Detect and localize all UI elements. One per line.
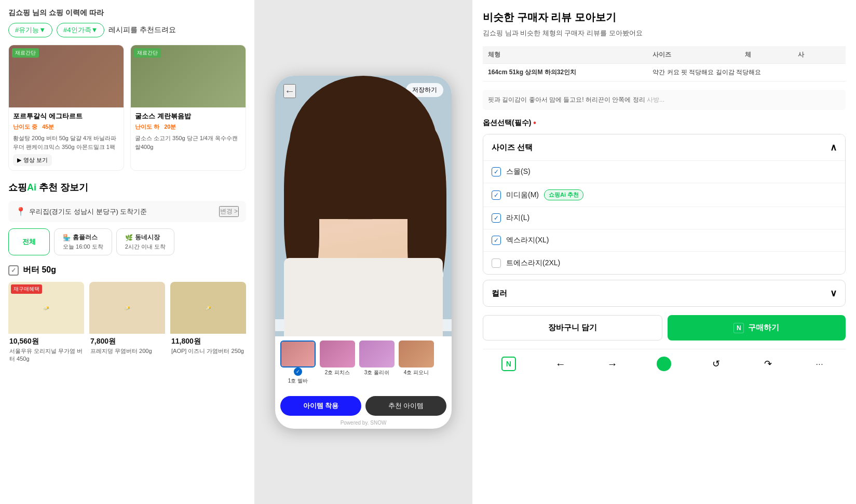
nav-home-btn[interactable] bbox=[655, 355, 673, 373]
chevron-up-icon: ∧ bbox=[830, 142, 837, 153]
ai-recommend-badge: 쇼핑Ai 추천 bbox=[544, 189, 583, 200]
size-option-s[interactable]: ✓ 스몰(S) bbox=[483, 160, 845, 183]
recipe-difficulty-1: 난이도 중 45분 bbox=[13, 123, 119, 131]
right-panel: 비슷한 구매자 리뷰 모아보기 김쇼핑 님과 비슷한 체형의 구매자 리뷰를 모… bbox=[472, 0, 856, 504]
powered-by: Powered by. SNOW bbox=[275, 420, 452, 429]
right-title: 비슷한 구매자 리뷰 모아보기 bbox=[483, 10, 846, 24]
buy-btn[interactable]: N 구매하기 bbox=[668, 315, 846, 340]
ai-text: Ai bbox=[27, 182, 36, 193]
recipe-card-2: 재료간단 굴소스 계란볶음밥 난이도 하 20분 굴소스 소고기 350g 당근… bbox=[130, 45, 246, 171]
size-option-2xl[interactable]: 트에스라지(2XL) bbox=[483, 251, 845, 274]
size-section: 사이즈 선택 ∧ ✓ 스몰(S) ✓ 미디움(M) 쇼핑Ai 추천 bbox=[483, 134, 846, 275]
size-checkbox-s: ✓ bbox=[492, 167, 501, 176]
color-section: 컬러 ∨ bbox=[483, 280, 846, 307]
tag-row: #유기능▼ #4인가족▼ 레시피를 추천드려요 bbox=[8, 23, 246, 37]
nav-back-btn[interactable]: ← bbox=[551, 355, 570, 373]
tag-yufeel-btn[interactable]: #유기능▼ bbox=[8, 23, 52, 37]
recipe-title-2: 굴소스 계란볶음밥 bbox=[135, 112, 241, 121]
product-card-1[interactable]: 재구매혜택 🧈 10,560원 서울우유 오리지널 무가염 버터 450g bbox=[8, 282, 84, 366]
swatch-2[interactable]: 2호 피치스 bbox=[320, 340, 355, 385]
swatch-img-4 bbox=[399, 340, 434, 367]
product-info-1: 10,560원 서울우유 오리지널 무가염 버터 450g bbox=[8, 334, 84, 366]
recipe-info-1: 포르투갈식 에그타르트 난이도 중 45분 황설탕 200g 버터 50g 달걀… bbox=[9, 107, 124, 170]
recipe-difficulty-2: 난이도 하 20분 bbox=[135, 123, 241, 131]
homeplus-icon: 🏪 bbox=[63, 234, 71, 241]
localmarket-icon: 🌿 bbox=[125, 234, 133, 241]
swatch-1[interactable]: ✓ 1호 멜바 bbox=[280, 340, 316, 385]
right-subtitle: 김쇼핑 님과 비슷한 체형의 구매자 리뷰를 모아봤어요 bbox=[483, 29, 846, 38]
recipe-info-2: 굴소스 계란볶음밥 난이도 하 20분 굴소스 소고기 350g 당근 1/4개… bbox=[131, 107, 246, 155]
cart-add-btn[interactable]: 장바구니 담기 bbox=[483, 315, 662, 340]
product-card-3[interactable]: 🧈 11,800원 [AOP] 이즈니 가염버터 250g bbox=[170, 282, 246, 366]
left-panel: 김쇼핑 님의 쇼핑 이력에 따라 #유기능▼ #4인가족▼ 레시피를 추천드려요… bbox=[0, 0, 254, 504]
nav-naver-btn[interactable]: N bbox=[499, 355, 518, 373]
location-icon: 📍 bbox=[16, 207, 26, 216]
bottom-btns: 장바구니 담기 N 구매하기 bbox=[483, 315, 846, 340]
phone-top: ← 저장하기 1호 멜바 적용 중 🙂 이미지 변경 bbox=[275, 76, 452, 336]
size-option-m[interactable]: ✓ 미디움(M) 쇼핑Ai 추천 bbox=[483, 183, 845, 207]
nav-more-btn[interactable]: ··· bbox=[810, 355, 829, 373]
bottom-nav: N ← → ↺ ↷ ··· bbox=[483, 349, 846, 378]
size-option-l[interactable]: ✓ 라지(L) bbox=[483, 207, 845, 229]
header-text: 님의 쇼핑 이력에 따라 bbox=[32, 8, 104, 17]
apply-item-btn[interactable]: 아이템 착용 bbox=[280, 396, 361, 416]
location-row: 📍 우리집(경기도 성남시 분당구) 도착기준 변경 > bbox=[8, 201, 246, 222]
size-checkbox-l: ✓ bbox=[492, 213, 501, 223]
option-label: 옵션선택(필수) • bbox=[483, 118, 846, 128]
center-panel: ← 저장하기 1호 멜바 적용 중 🙂 이미지 변경 bbox=[254, 0, 472, 504]
product-img-3: 🧈 bbox=[170, 282, 246, 334]
store-tabs: 전체 🏪 홈플러스 오늘 16:00 도착 🌿 동네시장 2시간 이내 도착 bbox=[8, 228, 246, 255]
product-checkbox-icon: ✓ bbox=[8, 265, 19, 276]
col-size: 사이즈 bbox=[647, 46, 740, 64]
tab-localmarket[interactable]: 🌿 동네시장 2시간 이내 도착 bbox=[116, 228, 174, 255]
color-header[interactable]: 컬러 ∨ bbox=[483, 280, 845, 306]
shirt-area bbox=[284, 258, 443, 336]
swatch-3[interactable]: 3호 폴리쉬 bbox=[359, 340, 395, 385]
review-preview: 핏과 길이감이 좋아서 맘에 들고요! 허리끈이 안쪽에 정리 사방... bbox=[483, 90, 846, 110]
product-badge-1: 재구매혜택 bbox=[11, 284, 42, 294]
recipe-badge-2: 재료간단 bbox=[134, 48, 161, 58]
col-size2: 사 bbox=[793, 46, 846, 64]
col-body: 체형 bbox=[483, 46, 647, 64]
size-header[interactable]: 사이즈 선택 ∧ bbox=[483, 134, 845, 160]
action-btns: 아이템 착용 추천 아이템 bbox=[275, 392, 452, 420]
recipe-img-2: 재료간단 bbox=[131, 45, 246, 107]
nav-green-dot bbox=[657, 357, 671, 371]
change-location-btn[interactable]: 변경 > bbox=[219, 206, 239, 217]
ai-section-title: 쇼핑Ai 추천 장보기 bbox=[8, 181, 246, 194]
size-checkbox-xl: ✓ bbox=[492, 236, 501, 245]
chevron-down-icon: ∨ bbox=[830, 288, 837, 299]
recipe-ingredients-1: 황설탕 200g 버터 50g 달걀 4개 바닐라파우더 팬케이크믹스 350g… bbox=[13, 134, 119, 151]
swatch-img-2 bbox=[320, 340, 355, 367]
location-text: 📍 우리집(경기도 성남시 분당구) 도착기준 bbox=[16, 207, 147, 216]
product-card-2[interactable]: 🧈 7,800원 프레지덩 무염버터 200g bbox=[89, 282, 165, 366]
nav-refresh-btn[interactable]: ↺ bbox=[706, 355, 725, 373]
phone-back-btn[interactable]: ← bbox=[283, 84, 296, 98]
required-dot: • bbox=[533, 118, 536, 128]
left-header: 김쇼핑 님의 쇼핑 이력에 따라 bbox=[8, 8, 246, 18]
video-btn-1[interactable]: ▶ 영상 보기 bbox=[13, 154, 52, 166]
reviewer-body: 164cm 51kg 상의M 하의32인치 bbox=[483, 64, 647, 81]
nav-share-btn[interactable]: ↷ bbox=[758, 355, 777, 373]
nav-forward-btn[interactable]: → bbox=[603, 355, 622, 373]
recipe-card-1: 재료간단 포르투갈식 에그타르트 난이도 중 45분 황설탕 200g 버터 5… bbox=[8, 45, 124, 171]
size-checkbox-2xl bbox=[492, 258, 501, 268]
recommend-item-btn[interactable]: 추천 아이템 bbox=[365, 396, 446, 416]
size-options: ✓ 스몰(S) ✓ 미디움(M) 쇼핑Ai 추천 ✓ 라지(L) bbox=[483, 160, 845, 274]
col-body2: 체 bbox=[740, 46, 793, 64]
product-img-1: 재구매혜택 🧈 bbox=[8, 282, 84, 334]
tag-family-btn[interactable]: #4인가족▼ bbox=[57, 23, 104, 37]
review-row: 164cm 51kg 상의M 하의32인치 약간 커요 핏 적당해요 길이감 적… bbox=[483, 64, 846, 81]
tab-all[interactable]: 전체 bbox=[8, 228, 50, 255]
product-info-2: 7,800원 프레지덩 무염버터 200g bbox=[89, 334, 165, 358]
size-checkbox-m: ✓ bbox=[492, 190, 501, 200]
swatch-4[interactable]: 4호 피오니 bbox=[399, 340, 434, 385]
tab-homeplus[interactable]: 🏪 홈플러스 오늘 16:00 도착 bbox=[54, 228, 112, 255]
size-option-xl[interactable]: ✓ 엑스라지(XL) bbox=[483, 229, 845, 251]
phone-frame: ← 저장하기 1호 멜바 적용 중 🙂 이미지 변경 bbox=[275, 76, 452, 429]
person-container bbox=[275, 76, 452, 336]
product-grid: 재구매혜택 🧈 10,560원 서울우유 오리지널 무가염 버터 450g 🧈 … bbox=[8, 282, 246, 366]
swatch-img-3 bbox=[359, 340, 395, 367]
hair-area bbox=[289, 76, 438, 219]
naver-icon: N bbox=[733, 323, 744, 333]
